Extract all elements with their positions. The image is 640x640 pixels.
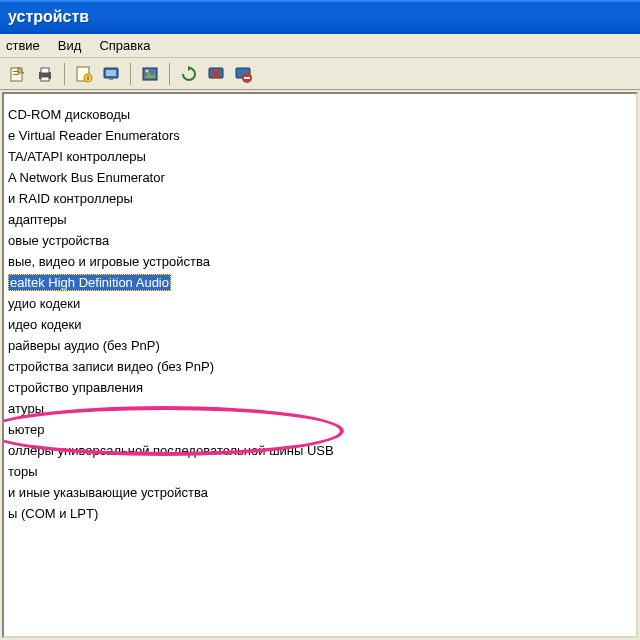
- device-manager-window: устройств ствие Вид Справка: [0, 0, 640, 640]
- tree-item-label: стройство управления: [8, 380, 143, 395]
- tree-item[interactable]: и иные указывающие устройства: [4, 482, 636, 503]
- toolbar-uninstall-button[interactable]: [204, 62, 228, 86]
- svg-rect-19: [244, 77, 250, 79]
- tree-item[interactable]: ealtek High Definition Audio: [4, 272, 636, 293]
- toolbar: [0, 58, 640, 90]
- tree-item[interactable]: атуры: [4, 398, 636, 419]
- toolbar-print-button[interactable]: [33, 62, 57, 86]
- menu-bar: ствие Вид Справка: [0, 34, 640, 58]
- tree-item-label: атуры: [8, 401, 44, 416]
- menu-help[interactable]: Справка: [99, 38, 150, 53]
- tree-item[interactable]: ы (COM и LPT): [4, 503, 636, 524]
- tree-item[interactable]: A Network Bus Enumerator: [4, 167, 636, 188]
- svg-rect-1: [13, 71, 19, 72]
- tree-item-label: идео кодеки: [8, 317, 81, 332]
- tree-item-label: и RAID контроллеры: [8, 191, 133, 206]
- window-title: устройств: [8, 8, 89, 26]
- tree-item-label: удио кодеки: [8, 296, 80, 311]
- toolbar-image-button[interactable]: [138, 62, 162, 86]
- tree-item[interactable]: оллеры универсальной последовательной ши…: [4, 440, 636, 461]
- toolbar-monitor-button[interactable]: [99, 62, 123, 86]
- tree-item-label: TA/ATAPI контроллеры: [8, 149, 146, 164]
- tree-item[interactable]: и RAID контроллеры: [4, 188, 636, 209]
- tree-item-label: торы: [8, 464, 38, 479]
- toolbar-action-button[interactable]: [6, 62, 30, 86]
- toolbar-separator: [169, 63, 170, 85]
- tree-item[interactable]: вые, видео и игровые устройства: [4, 251, 636, 272]
- menu-view[interactable]: Вид: [58, 38, 82, 53]
- svg-rect-10: [106, 70, 116, 76]
- menu-action[interactable]: ствие: [6, 38, 40, 53]
- tree-item[interactable]: TA/ATAPI контроллеры: [4, 146, 636, 167]
- svg-rect-2: [13, 74, 19, 75]
- tree-item[interactable]: стройства записи видео (без PnP): [4, 356, 636, 377]
- tree-item-label: оллеры универсальной последовательной ши…: [8, 443, 334, 458]
- svg-rect-4: [41, 68, 49, 73]
- tree-item-label: райверы аудио (без PnP): [8, 338, 160, 353]
- tree-item[interactable]: овые устройства: [4, 230, 636, 251]
- tree-item[interactable]: удио кодеки: [4, 293, 636, 314]
- tree-item[interactable]: райверы аудио (без PnP): [4, 335, 636, 356]
- tree-item-label: вые, видео и игровые устройства: [8, 254, 210, 269]
- toolbar-properties-button[interactable]: [72, 62, 96, 86]
- tree-item-label: CD-ROM дисководы: [8, 107, 130, 122]
- tree-item[interactable]: CD-ROM дисководы: [4, 104, 636, 125]
- device-tree[interactable]: CD-ROM дисководыe Virtual Reader Enumera…: [2, 92, 638, 638]
- svg-rect-8: [87, 76, 89, 80]
- tree-item-label: адаптеры: [8, 212, 67, 227]
- tree-item-label: овые устройства: [8, 233, 109, 248]
- toolbar-refresh-button[interactable]: [177, 62, 201, 86]
- tree-item-label: и иные указывающие устройства: [8, 485, 208, 500]
- tree-item[interactable]: стройство управления: [4, 377, 636, 398]
- svg-rect-11: [109, 78, 113, 80]
- toolbar-separator: [64, 63, 65, 85]
- svg-rect-5: [41, 77, 49, 81]
- tree-item-label: A Network Bus Enumerator: [8, 170, 165, 185]
- tree-item-label: e Virtual Reader Enumerators: [8, 128, 180, 143]
- svg-point-14: [146, 69, 149, 72]
- tree-item-label: стройства записи видео (без PnP): [8, 359, 214, 374]
- titlebar: устройств: [0, 0, 640, 34]
- tree-item-label: ьютер: [8, 422, 45, 437]
- tree-item[interactable]: торы: [4, 461, 636, 482]
- tree-item-label: ealtek High Definition Audio: [8, 274, 171, 291]
- tree-item[interactable]: e Virtual Reader Enumerators: [4, 125, 636, 146]
- toolbar-disable-button[interactable]: [231, 62, 255, 86]
- tree-item[interactable]: идео кодеки: [4, 314, 636, 335]
- tree-item[interactable]: ьютер: [4, 419, 636, 440]
- toolbar-separator: [130, 63, 131, 85]
- tree-item[interactable]: адаптеры: [4, 209, 636, 230]
- tree-item-label: ы (COM и LPT): [8, 506, 98, 521]
